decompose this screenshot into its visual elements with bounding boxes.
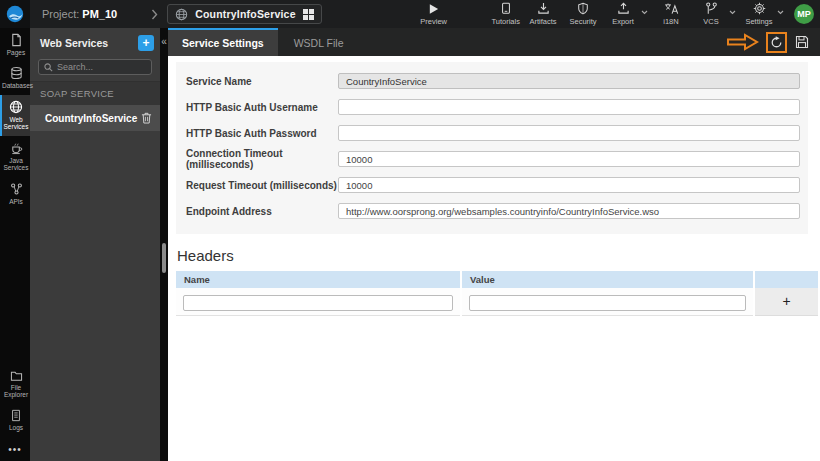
service-search[interactable] [38,59,152,75]
delete-service-icon[interactable] [141,112,152,124]
save-service-button[interactable] [794,34,810,50]
sidebar-item-databases[interactable]: Databases [0,61,30,94]
rail-spacer [0,210,30,364]
tab-service-settings[interactable]: Service Settings [168,28,278,56]
artifacts-button[interactable]: Artifacts [526,2,560,26]
i18n-label: i18N [663,17,678,26]
globe-icon [175,8,188,21]
security-button[interactable]: Security [566,2,600,26]
coffee-cup-icon [10,141,23,155]
more-options-icon[interactable]: ••• [0,436,30,461]
panel-title: Web Services [40,37,138,49]
sidebar-item-logs[interactable]: Logs [0,404,30,436]
collapse-panel-button[interactable]: « [160,34,168,50]
sidebar-item-label: Java Services [2,157,30,172]
main-area: Service Settings WSDL File Service Name [168,28,820,461]
header-name-cell [176,288,460,316]
breadcrumb-chevron-icon [151,9,158,20]
save-icon [795,35,809,49]
connection-timeout-field[interactable] [338,151,800,167]
preview-label: Preview [420,17,447,26]
http-basic-auth-password-field[interactable] [338,125,800,141]
add-service-button[interactable]: + [138,35,154,51]
headers-table: Name Value + [176,271,818,316]
column-header-value: Value [462,271,753,288]
settings-button[interactable]: Settings [742,2,776,26]
vcs-menu[interactable]: VCS [694,2,736,26]
form-row: Service Name [186,68,800,94]
panel-header: Web Services + [30,28,160,56]
log-document-icon [10,409,22,422]
i18n-button[interactable]: i18N [654,2,688,26]
annotation-arrow [727,32,759,52]
vertical-scrollbar[interactable] [162,243,166,273]
refresh-icon [770,36,783,49]
form-row: Connection Timeout (milliseconds) [186,146,800,172]
add-header-button[interactable]: + [755,288,818,316]
request-timeout-field[interactable] [338,177,800,193]
endpoint-address-field[interactable] [338,203,800,219]
header-value-input[interactable] [469,295,746,311]
preview-button[interactable]: Preview [417,3,451,26]
field-label: HTTP Basic Auth Username [186,102,338,113]
export-menu[interactable]: Export [606,2,648,26]
api-nodes-icon [10,182,23,196]
sidebar-item-label: Pages [7,49,25,56]
export-label: Export [612,17,634,26]
sidebar-item-label: Databases [2,82,30,89]
vcs-button[interactable]: VCS [694,2,728,26]
tutorials-label: Tutorials [491,17,519,26]
header-value-cell [462,288,753,316]
service-list-item[interactable]: CountryInfoService [30,105,160,131]
gear-icon [753,2,766,15]
headers-table-body-row: + [176,288,818,316]
app-logo[interactable] [0,0,30,28]
field-label: Service Name [186,76,338,87]
sidebar-item-file-explorer[interactable]: File Explorer [0,365,30,404]
tutorials-button[interactable]: Tutorials [489,2,523,26]
soap-service-section-label: SOAP SERVICE [30,81,160,105]
headers-table-header-row: Name Value [176,271,818,288]
form-row: HTTP Basic Auth Username [186,94,800,120]
refresh-service-button[interactable] [766,32,787,53]
service-switcher-chip[interactable]: CountryInfoService [167,4,321,24]
sidebar-item-label: File Explorer [2,384,30,399]
http-basic-auth-username-field[interactable] [338,99,800,115]
sidebar-item-apis[interactable]: APIs [0,177,30,210]
tab-actions [727,28,820,56]
settings-label: Settings [745,17,772,26]
column-header-actions [755,271,818,288]
topbar-actions: Artifacts Security Export [526,2,820,26]
chevron-down-icon [777,10,784,15]
globe-icon [9,100,23,114]
current-service-name: CountryInfoService [195,8,295,20]
left-navigation-rail: Pages Databases Web Services Java Servic… [0,28,30,461]
web-services-panel: Web Services + SOAP SERVICE CountryInfoS… [30,28,160,461]
field-label: Endpoint Address [186,206,338,217]
service-settings-content: Service Name HTTP Basic Auth Username HT… [168,62,820,461]
tab-wsdl-file[interactable]: WSDL File [278,28,360,56]
grid-switcher-icon[interactable] [303,9,314,20]
service-tab-bar: Service Settings WSDL File [168,28,820,56]
header-name-input[interactable] [183,295,453,311]
service-name-field [338,73,800,89]
download-icon [537,2,550,15]
user-avatar[interactable]: MP [794,4,814,24]
sidebar-item-java-services[interactable]: Java Services [0,136,30,177]
artifacts-label: Artifacts [529,17,556,26]
wavemaker-logo-icon [6,5,24,23]
top-bar: Project: PM_10 CountryInfoService Previe… [0,0,820,28]
headers-section-title: Headers [177,247,820,264]
sidebar-item-label: Web Services [2,116,30,131]
column-header-name: Name [176,271,460,288]
branch-icon [705,2,718,15]
field-label: HTTP Basic Auth Password [186,128,338,139]
chevron-down-icon [641,10,648,15]
settings-menu[interactable]: Settings [742,2,784,26]
export-button[interactable]: Export [606,2,640,26]
upload-icon [617,2,630,15]
sidebar-item-pages[interactable]: Pages [0,28,30,61]
sidebar-item-web-services[interactable]: Web Services [0,95,30,136]
search-input[interactable] [57,62,146,72]
chevron-down-icon [729,10,736,15]
